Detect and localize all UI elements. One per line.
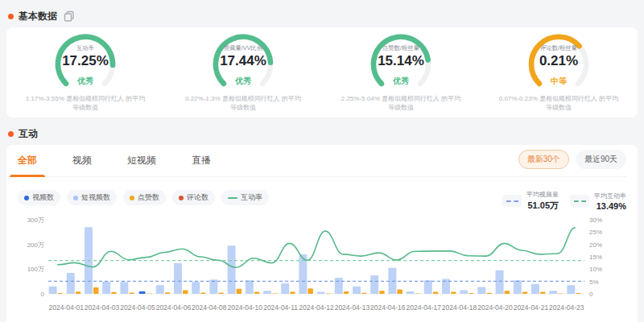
gauge-value: 17.44% [201, 53, 285, 69]
bar-shortvideo[interactable] [424, 280, 432, 294]
bar-like[interactable] [200, 292, 206, 294]
filter-最新30个[interactable]: 最新30个 [518, 150, 569, 169]
x-axis-date: 2024-04-10 [227, 303, 262, 312]
bar-shortvideo[interactable] [192, 282, 200, 294]
interaction-chart[interactable]: 0100万200万300万05%10%15%20%25%30%2024-04-0… [18, 215, 626, 320]
bar-like[interactable] [379, 291, 385, 294]
bar-like[interactable] [308, 288, 313, 294]
gauge-label: 赞藏量/VV比例 [204, 43, 282, 52]
bar-shortvideo[interactable] [353, 287, 361, 294]
legend-item-互动率[interactable]: 互动率 [221, 190, 269, 205]
bar-like[interactable] [469, 293, 474, 294]
gauge-benchmark-text: 1.17%-3.55% 是相似规模同行红人 的平均等级数值 [25, 95, 146, 113]
chart-legend: 视频数短视频数点赞数评论数互动率 [18, 190, 269, 205]
bar-shortvideo[interactable] [102, 282, 110, 294]
filter-最近90天[interactable]: 最近90天 [576, 150, 626, 169]
section-title-interaction: 互动 [19, 127, 38, 141]
bar-shortvideo[interactable] [407, 291, 415, 294]
section-title-basic: 基本数据 [19, 10, 57, 23]
svg-text:25%: 25% [589, 229, 602, 236]
gauge-value: 15.14% [359, 53, 443, 69]
clipboard-icon[interactable] [64, 10, 75, 22]
bar-like[interactable] [397, 289, 402, 294]
bar-like[interactable] [415, 293, 421, 294]
bar-like[interactable] [147, 293, 153, 294]
bar-shortvideo[interactable] [120, 282, 128, 294]
gauge-card[interactable]: 赞藏量/VV比例17.44%优秀0.22%-1.3% 是相似规模同行红人 的平均… [164, 32, 322, 113]
bar-shortvideo[interactable] [174, 263, 182, 294]
legend-item-点赞数[interactable]: 点赞数 [123, 190, 166, 205]
bar-like[interactable] [433, 292, 439, 294]
legend-label: 评论数 [187, 192, 208, 203]
bar-like[interactable] [486, 293, 492, 294]
gauge-text: 互动率17.25% [43, 43, 127, 69]
bar-like[interactable] [218, 292, 224, 294]
interaction-card: 全部视频短视频直播 最新30个最近90天 视频数短视频数点赞数评论数互动率 平均… [6, 145, 638, 322]
bar-shortvideo[interactable] [496, 270, 504, 294]
bar-shortvideo[interactable] [567, 285, 575, 294]
dashboard-page: 基本数据 互动率17.25%优秀1.17%-3.55% 是相似规模同行红人 的平… [0, 0, 644, 322]
legend-item-短视频数[interactable]: 短视频数 [67, 190, 117, 205]
bar-like[interactable] [58, 293, 64, 294]
bar-like[interactable] [451, 292, 456, 294]
bar-like[interactable] [344, 291, 349, 294]
bar-shortvideo[interactable] [514, 280, 522, 294]
x-axis-date: 2024-04-05 [120, 303, 155, 312]
bar-shortvideo[interactable] [531, 284, 539, 294]
bar-shortvideo[interactable] [549, 291, 557, 294]
average-stats: 平均视频量51.05万平均互动率13.49% [502, 190, 626, 212]
gauge-benchmark-text: 0.22%-1.3% 是相似规模同行红人 的平均等级数值 [183, 95, 303, 113]
bar-shortvideo[interactable] [246, 280, 254, 294]
bar-like[interactable] [558, 293, 564, 294]
gauge-value: 0.21% [517, 53, 601, 69]
bar-like[interactable] [361, 293, 367, 294]
svg-text:5%: 5% [589, 279, 599, 286]
bar-shortvideo[interactable] [477, 287, 485, 294]
tab-全部[interactable]: 全部 [18, 145, 37, 177]
tab-短视频[interactable]: 短视频 [127, 145, 156, 177]
section-bullet-icon [8, 14, 14, 19]
bar-like[interactable] [522, 292, 528, 294]
tab-视频[interactable]: 视频 [72, 145, 92, 177]
gauge-card[interactable]: 评论数/粉丝量0.21%中等0.07%-0.23% 是相似规模同行红人 的平均等… [480, 32, 638, 113]
bar-like[interactable] [129, 292, 134, 294]
legend-item-视频数[interactable]: 视频数 [18, 190, 60, 205]
bar-like[interactable] [93, 287, 99, 294]
x-axis-date: 2024-04-11 [263, 303, 298, 312]
bar-like[interactable] [272, 293, 278, 294]
bar-like[interactable] [237, 289, 242, 294]
dashed-line-icon [502, 195, 522, 207]
bar-shortvideo[interactable] [335, 278, 343, 294]
legend-item-评论数[interactable]: 评论数 [172, 190, 215, 205]
bar-like[interactable] [326, 293, 332, 294]
dot-swatch-icon [73, 196, 78, 200]
x-axis-date: 2024-04-01 [48, 303, 84, 312]
gauge-card[interactable]: 点赞数/粉丝量15.14%优秀2.25%-5.04% 是相似规模同行红人 的平均… [322, 32, 480, 113]
bar-like[interactable] [165, 292, 171, 294]
bar-like[interactable] [76, 291, 81, 294]
bar-like[interactable] [505, 291, 510, 294]
bar-video[interactable] [139, 291, 146, 294]
bar-like[interactable] [540, 292, 546, 294]
bar-shortvideo[interactable] [460, 290, 468, 294]
bar-shortvideo[interactable] [49, 287, 57, 294]
bar-shortvideo[interactable] [228, 246, 236, 294]
filter-pills: 最新30个最近90天 [518, 150, 626, 169]
bar-shortvideo[interactable] [317, 292, 325, 294]
bar-like[interactable] [183, 290, 188, 294]
bar-like[interactable] [576, 293, 581, 294]
bar-like[interactable] [290, 292, 295, 294]
basic-data-card: 互动率17.25%优秀1.17%-3.55% 是相似规模同行红人 的平均等级数值… [6, 27, 638, 118]
tab-直播[interactable]: 直播 [192, 145, 211, 177]
bar-like[interactable] [111, 292, 117, 294]
gauge-card[interactable]: 互动率17.25%优秀1.17%-3.55% 是相似规模同行红人 的平均等级数值 [6, 32, 164, 113]
svg-text:10%: 10% [589, 266, 602, 273]
bar-shortvideo[interactable] [156, 285, 164, 294]
bar-shortvideo[interactable] [281, 283, 289, 294]
rate-line [57, 228, 576, 267]
bar-like[interactable] [254, 292, 260, 294]
bar-shortvideo[interactable] [263, 291, 271, 294]
bar-shortvideo[interactable] [370, 275, 378, 294]
stat-平均视频量: 平均视频量51.05万 [502, 190, 559, 212]
bar-shortvideo[interactable] [67, 273, 75, 294]
